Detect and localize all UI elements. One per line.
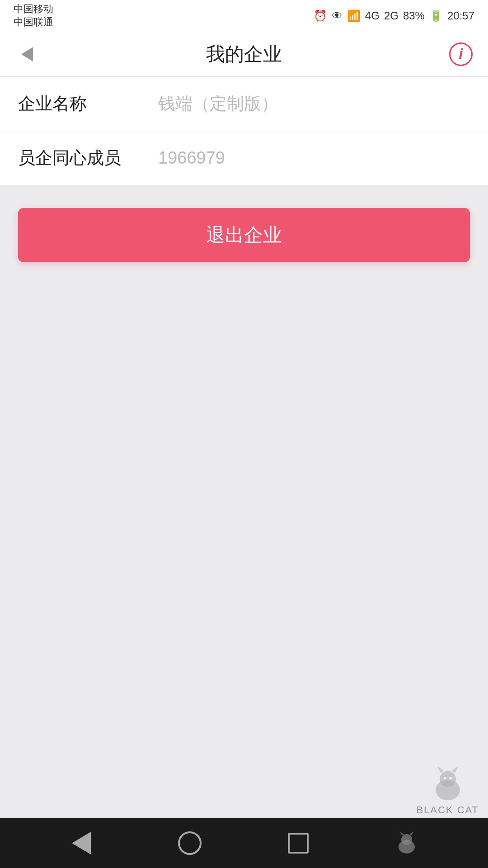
nav-home-button[interactable]	[172, 825, 208, 861]
battery-icon: 🔋	[429, 9, 443, 22]
status-bar: 中国移动 中国联通 ⏰ 👁 📶 4G 2G 83% 🔋 20:57	[0, 0, 488, 32]
member-row: 员企同心成员 1966979	[0, 131, 488, 185]
status-icons: ⏰ 👁 📶 4G 2G 83% 🔋 20:57	[314, 9, 474, 22]
alarm-icon: ⏰	[314, 9, 327, 22]
back-triangle-icon	[72, 832, 91, 854]
back-button[interactable]	[14, 41, 41, 68]
svg-point-7	[401, 834, 412, 845]
exit-enterprise-button[interactable]: 退出企业	[18, 208, 470, 262]
company-name-row: 企业名称 钱端（定制版）	[0, 77, 488, 131]
signal-2g-label: 2G	[384, 9, 399, 22]
svg-point-5	[449, 777, 451, 779]
svg-marker-8	[399, 831, 404, 835]
time-label: 20:57	[447, 9, 474, 22]
wifi-icon: 📶	[347, 9, 361, 22]
company-name-value: 钱端（定制版）	[158, 92, 278, 115]
svg-point-1	[440, 771, 456, 787]
svg-marker-3	[452, 766, 458, 772]
carrier1-label: 中国移动	[14, 3, 53, 16]
page-title: 我的企业	[206, 42, 282, 67]
gray-fill-area	[0, 524, 488, 818]
eye-icon: 👁	[332, 9, 343, 22]
nav-extra-button[interactable]	[389, 825, 425, 861]
main-content: 企业名称 钱端（定制版） 员企同心成员 1966979 退出企业	[0, 77, 488, 818]
carrier-info: 中国移动 中国联通	[14, 3, 53, 28]
watermark: BLACK CAT	[416, 764, 479, 816]
cat-icon	[393, 830, 420, 857]
signal-4g-label: 4G	[365, 9, 380, 22]
carrier2-label: 中国联通	[14, 16, 53, 29]
recent-square-icon	[288, 833, 309, 854]
content-area: 企业名称 钱端（定制版） 员企同心成员 1966979	[0, 77, 488, 185]
home-circle-icon	[178, 831, 202, 855]
company-name-label: 企业名称	[18, 92, 145, 115]
member-label: 员企同心成员	[18, 146, 145, 170]
watermark-text: BLACK CAT	[416, 804, 479, 816]
svg-marker-9	[409, 831, 414, 835]
member-value: 1966979	[158, 148, 225, 168]
watermark-logo-icon	[427, 764, 468, 804]
nav-bar: 我的企业 i	[0, 32, 488, 77]
svg-marker-2	[437, 766, 443, 772]
back-arrow-icon	[21, 47, 33, 61]
nav-recent-button[interactable]	[280, 825, 316, 861]
gray-section: 退出企业	[0, 185, 488, 524]
info-button[interactable]: i	[447, 41, 474, 68]
bottom-nav-bar	[0, 818, 488, 868]
svg-point-4	[444, 777, 446, 779]
battery-label: 83%	[403, 9, 425, 22]
info-icon: i	[449, 42, 473, 66]
nav-back-button[interactable]	[63, 825, 99, 861]
